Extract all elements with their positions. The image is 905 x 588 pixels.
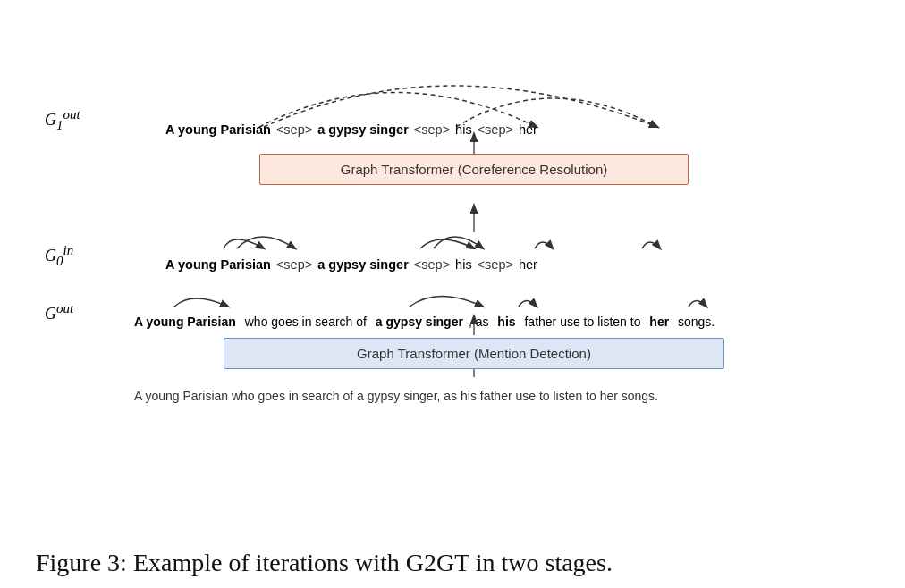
g0-token-row: A young Parisian <sep> a gypsy singer <s… (165, 257, 537, 272)
g1-token-singer: a gypsy singer (317, 122, 409, 137)
g1-token-parisian: A young Parisian (165, 122, 271, 137)
g0-sub: 0 (56, 254, 63, 268)
g0-sep2: <sep> (414, 257, 450, 272)
g0-token-singer: a gypsy singer (317, 257, 409, 272)
g1-sep1: <sep> (276, 122, 312, 137)
g0-sep1: <sep> (276, 257, 312, 272)
mention-box: Graph Transformer (Mention Detection) (224, 338, 724, 369)
g0-sup: in (63, 243, 74, 257)
gout-songs: songs. (674, 315, 715, 329)
g1-token-her: her (519, 122, 537, 137)
gout-her: her (649, 315, 669, 329)
g1-label: G1out (45, 107, 80, 133)
gout-his: his (497, 315, 515, 329)
gout-parisian: A young Parisian (134, 315, 236, 329)
figure-caption: Figure 3: Example of iterations with G2G… (36, 547, 869, 579)
gout-sup: out (56, 301, 73, 315)
g1-token-his: his (455, 122, 472, 137)
g0-token-his: his (455, 257, 472, 272)
gout-who: who goes in search of (241, 315, 370, 329)
g0-label: G0in (45, 243, 73, 269)
gout-comma: , as (469, 315, 492, 329)
g1-sup: out (63, 107, 80, 122)
gout-sentence-row: A young Parisian who goes in search of a… (134, 315, 715, 329)
gout-label: Gout (45, 301, 73, 323)
gout-rest: father use to listen to (521, 315, 645, 329)
g1-sep3: <sep> (478, 122, 513, 137)
mention-box-label: Graph Transformer (Mention Detection) (357, 346, 591, 361)
g0-sep3: <sep> (478, 257, 513, 272)
main-container: G1out A young Parisian <sep> a gypsy sin… (0, 0, 905, 588)
diagram-area: G1out A young Parisian <sep> a gypsy sin… (36, 18, 869, 456)
gout-singer: a gypsy singer (376, 315, 463, 329)
g0-token-her: her (519, 257, 537, 272)
g1-sub: 1 (56, 118, 63, 132)
g0-token-parisian: A young Parisian (165, 257, 271, 272)
coref-box-label: Graph Transformer (Coreference Resolutio… (341, 162, 607, 177)
g1-token-row: A young Parisian <sep> a gypsy singer <s… (165, 122, 537, 137)
g1-sep2: <sep> (414, 122, 450, 137)
bottom-sentence: A young Parisian who goes in search of a… (134, 389, 658, 403)
coref-box: Graph Transformer (Coreference Resolutio… (259, 154, 689, 185)
